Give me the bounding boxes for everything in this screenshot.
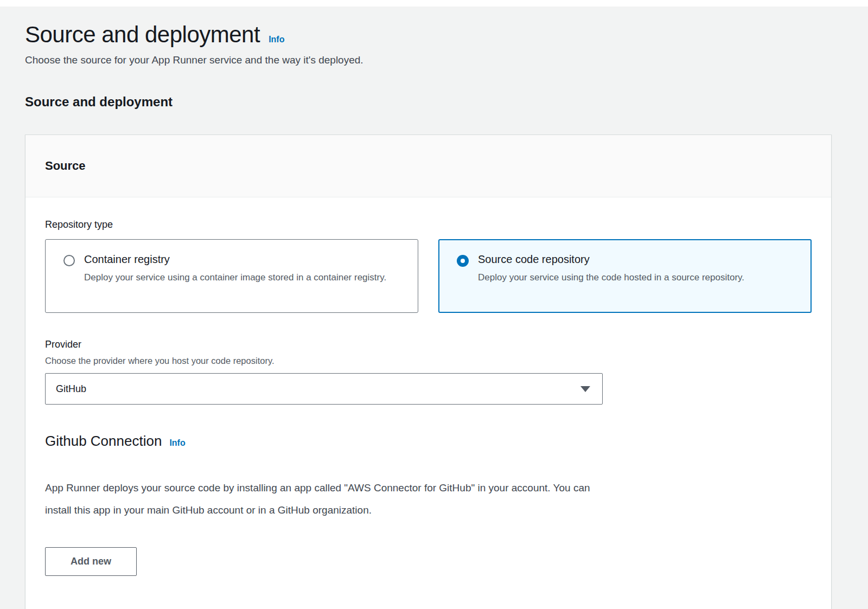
- page-title-info-link[interactable]: Info: [269, 35, 284, 44]
- source-card-header: Source: [25, 135, 831, 197]
- tile-source-code-repository[interactable]: Source code repository Deploy your servi…: [438, 239, 812, 313]
- tile-source-code-repository-description: Deploy your service using the code hoste…: [478, 271, 744, 285]
- provider-select-value: GitHub: [56, 383, 86, 395]
- provider-select[interactable]: GitHub: [45, 373, 603, 405]
- page-title: Source and deployment: [25, 22, 260, 48]
- source-card-title: Source: [45, 159, 812, 173]
- tile-text: Source code repository Deploy your servi…: [478, 253, 744, 299]
- repository-type-label: Repository type: [45, 219, 812, 230]
- repository-type-tiles: Container registry Deploy your service u…: [45, 239, 812, 313]
- radio-selected-icon[interactable]: [457, 255, 469, 267]
- tile-container-registry-title: Container registry: [84, 253, 386, 266]
- source-card: Source Repository type Container registr…: [25, 134, 832, 609]
- github-connection-paragraph: App Runner deploys your source code by i…: [45, 477, 812, 521]
- tile-source-code-repository-title: Source code repository: [478, 253, 744, 266]
- tile-container-registry[interactable]: Container registry Deploy your service u…: [45, 239, 418, 313]
- provider-description: Choose the provider where you host your …: [45, 356, 812, 366]
- page-subtitle: Choose the source for your App Runner se…: [25, 54, 868, 66]
- tile-container-registry-description: Deploy your service using a container im…: [84, 271, 386, 285]
- github-connection-info-link[interactable]: Info: [169, 438, 185, 448]
- top-strip: [0, 0, 868, 7]
- paragraph-line-2: install this app in your main GitHub acc…: [45, 499, 812, 521]
- paragraph-line-1: App Runner deploys your source code by i…: [45, 477, 812, 499]
- github-connection-header: Github Connection Info: [45, 433, 812, 450]
- source-and-deployment-page: Source and deployment Info Choose the so…: [0, 22, 868, 609]
- provider-label: Provider: [45, 339, 812, 350]
- add-new-button[interactable]: Add new: [45, 547, 137, 576]
- radio-unselected-icon[interactable]: [63, 255, 75, 266]
- tile-text: Container registry Deploy your service u…: [84, 253, 386, 299]
- page-header: Source and deployment Info: [25, 22, 868, 48]
- provider-section: Provider Choose the provider where you h…: [45, 339, 812, 405]
- source-card-body: Repository type Container registry Deplo…: [25, 197, 831, 609]
- github-connection-heading: Github Connection: [45, 433, 162, 450]
- section-heading: Source and deployment: [25, 94, 868, 110]
- chevron-down-icon: [580, 386, 590, 392]
